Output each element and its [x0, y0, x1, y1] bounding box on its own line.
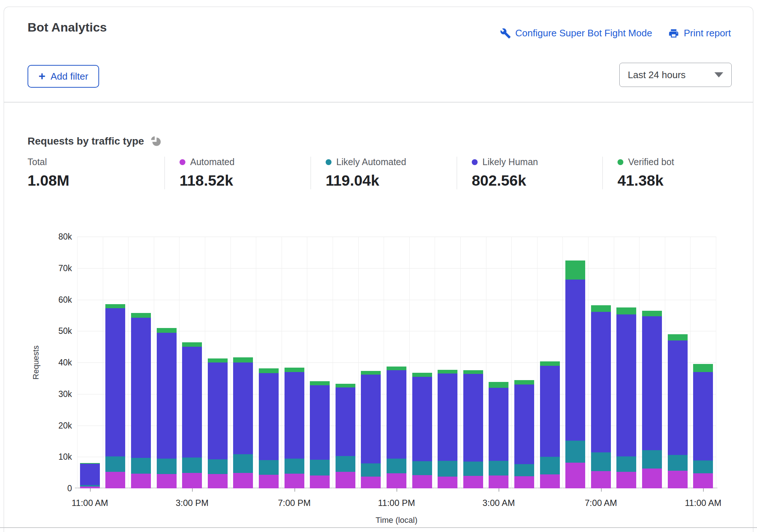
stat-label: Likely Human: [482, 157, 538, 167]
time-range-select[interactable]: Last 24 hours: [619, 63, 732, 87]
x-tick-label: 7:00 PM: [278, 498, 311, 508]
bar-segment-verified-bot: [514, 380, 534, 385]
bar-segment-likely-automated: [361, 463, 381, 477]
bar-segment-likely-human: [131, 318, 151, 458]
bar-segment-automated: [668, 471, 688, 488]
stat-value: 119.04k: [326, 172, 457, 189]
x-axis-tick: [90, 488, 91, 492]
bar-4-00-am[interactable]: [514, 380, 534, 488]
bar-segment-likely-human: [412, 377, 432, 462]
stat-label: Likely Automated: [336, 157, 406, 167]
bar-11-00-am[interactable]: [80, 463, 100, 488]
y-axis-title: Requests: [31, 346, 41, 380]
bar-9-00-pm[interactable]: [336, 384, 355, 488]
bar-8-00-pm[interactable]: [310, 381, 330, 488]
bar-7-00-am[interactable]: [591, 305, 611, 488]
bar-2-00-pm[interactable]: [157, 328, 177, 488]
stat-likely-automated: Likely Automated119.04k: [311, 157, 457, 189]
bar-segment-likely-human: [208, 362, 228, 459]
bar-segment-likely-human: [285, 372, 304, 459]
bar-6-00-am[interactable]: [565, 260, 585, 488]
add-filter-button[interactable]: + Add filter: [28, 65, 99, 88]
bar-12-00-am[interactable]: [412, 373, 432, 488]
bar-segment-verified-bot: [693, 364, 713, 372]
bar-2-00-am[interactable]: [463, 370, 483, 488]
v-gridline: [588, 237, 588, 488]
bar-9-00-am[interactable]: [642, 311, 662, 488]
bar-segment-automated: [591, 471, 611, 488]
bar-segment-automated: [233, 473, 253, 488]
y-tick-label: 60k: [43, 295, 72, 305]
bar-11-00-am[interactable]: [693, 364, 713, 488]
bar-segment-verified-bot: [642, 311, 662, 316]
print-report-link[interactable]: Print report: [668, 28, 731, 39]
bar-segment-likely-automated: [285, 459, 304, 474]
bar-1-00-am[interactable]: [438, 370, 457, 488]
bar-segment-verified-bot: [208, 358, 228, 362]
header-divider: [4, 102, 753, 102]
x-tick-label: 11:00 AM: [72, 498, 108, 508]
stat-likely-human: Likely Human802.56k: [457, 157, 602, 189]
bar-segment-verified-bot: [285, 368, 304, 372]
bar-6-00-pm[interactable]: [259, 368, 279, 488]
bar-5-00-pm[interactable]: [233, 357, 253, 488]
bar-segment-likely-automated: [591, 452, 611, 471]
bar-segment-likely-automated: [131, 458, 151, 474]
next-section-divider: [0, 527, 757, 528]
v-gridline: [409, 237, 410, 488]
bar-segment-likely-human: [438, 374, 457, 461]
bar-5-00-am[interactable]: [540, 361, 560, 488]
bar-segment-verified-bot: [387, 367, 406, 370]
bar-segment-likely-human: [336, 387, 355, 456]
stat-label: Verified bot: [628, 157, 674, 167]
bar-segment-automated: [463, 476, 483, 488]
bar-10-00-am[interactable]: [668, 334, 688, 488]
bar-segment-likely-human: [259, 373, 279, 460]
bar-12-00-pm[interactable]: [105, 304, 125, 488]
bar-segment-verified-bot: [336, 384, 355, 387]
v-gridline: [639, 237, 640, 488]
bar-segment-likely-human: [80, 464, 100, 485]
bar-3-00-pm[interactable]: [182, 342, 202, 488]
bar-segment-likely-human: [463, 374, 483, 462]
bar-segment-likely-automated: [463, 462, 483, 476]
bar-segment-verified-bot: [463, 370, 483, 374]
stat-total: Total1.08M: [28, 157, 164, 189]
stat-value: 118.52k: [180, 172, 311, 189]
bar-segment-likely-human: [157, 333, 177, 459]
plus-icon: +: [39, 70, 46, 82]
bar-10-00-pm[interactable]: [361, 371, 381, 488]
configure-link-label: Configure Super Bot Fight Mode: [515, 28, 652, 39]
bar-8-00-am[interactable]: [616, 307, 636, 488]
bar-7-00-pm[interactable]: [285, 368, 304, 488]
header-links: Configure Super Bot Fight Mode Print rep…: [500, 28, 731, 39]
bar-segment-automated: [285, 474, 304, 488]
v-gridline: [460, 237, 461, 488]
print-link-label: Print report: [684, 28, 731, 39]
bar-1-00-pm[interactable]: [131, 313, 151, 488]
bar-segment-likely-automated: [157, 459, 177, 474]
stat-label-row: Verified bot: [617, 157, 750, 167]
bar-3-00-am[interactable]: [489, 382, 508, 488]
configure-super-bot-fight-mode-link[interactable]: Configure Super Bot Fight Mode: [500, 28, 652, 39]
stat-value: 41.38k: [617, 172, 750, 189]
bar-segment-automated: [105, 472, 125, 488]
bar-segment-verified-bot: [565, 260, 585, 279]
h-gridline: [77, 237, 716, 237]
add-filter-label: Add filter: [51, 71, 88, 82]
bar-segment-likely-automated: [208, 459, 228, 474]
v-gridline: [537, 237, 537, 488]
v-gridline: [154, 237, 154, 488]
bar-segment-likely-human: [565, 280, 585, 441]
bar-4-00-pm[interactable]: [208, 358, 228, 488]
bar-segment-verified-bot: [412, 373, 432, 376]
bar-segment-automated: [361, 477, 381, 488]
bar-segment-likely-automated: [310, 460, 330, 475]
y-tick-label: 70k: [43, 263, 72, 273]
stat-label-row: Likely Automated: [326, 157, 457, 167]
stat-verified-bot: Verified bot41.38k: [602, 157, 750, 189]
v-gridline: [307, 237, 307, 488]
v-gridline: [282, 237, 282, 488]
bar-segment-likely-automated: [668, 455, 688, 471]
bar-11-00-pm[interactable]: [387, 367, 406, 488]
